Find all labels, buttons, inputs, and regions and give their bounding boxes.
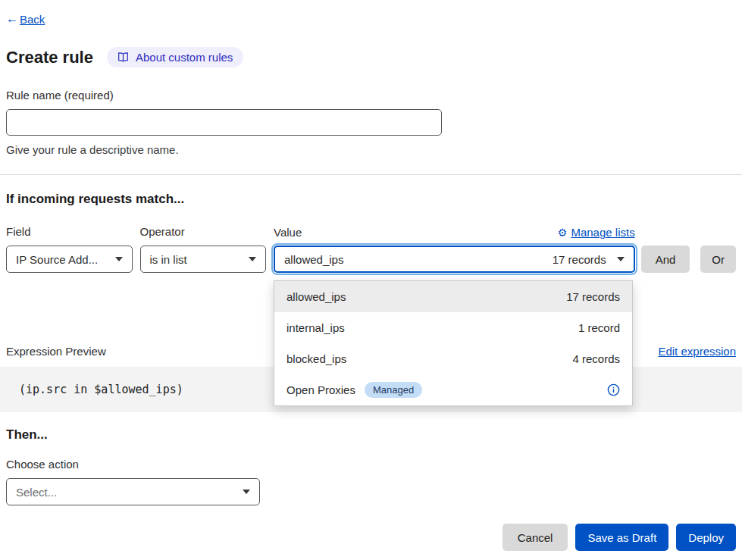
list-item-meta: 17 records — [566, 290, 620, 303]
logic-buttons: And Or — [641, 246, 736, 273]
action-select[interactable]: Select... — [6, 478, 260, 505]
list-item-allowed-ips[interactable]: allowed_ips 17 records — [274, 281, 632, 312]
about-custom-rules-link[interactable]: About custom rules — [107, 47, 243, 67]
then-section-heading: Then... — [6, 427, 736, 443]
list-dropdown-menu: allowed_ips 17 records internal_ips 1 re… — [274, 280, 633, 406]
list-item-name: allowed_ips — [286, 290, 346, 303]
value-label-row: Value ⚙ Manage lists — [274, 225, 635, 239]
value-label: Value — [274, 226, 302, 239]
rule-name-helper: Give your rule a descriptive name. — [6, 143, 736, 156]
operator-select[interactable]: is in list — [140, 246, 267, 273]
section-divider — [0, 174, 742, 175]
list-item-blocked-ips[interactable]: blocked_ips 4 records — [274, 343, 632, 374]
info-icon[interactable] — [607, 383, 620, 396]
back-link[interactable]: ← Back — [6, 12, 736, 26]
or-button[interactable]: Or — [700, 246, 736, 273]
operator-select-value: is in list — [150, 253, 187, 266]
footer-actions: Cancel Save as Draft Deploy — [6, 524, 736, 551]
chevron-down-icon — [115, 257, 123, 261]
rule-name-label: Rule name (required) — [6, 89, 736, 102]
manage-lists-link[interactable]: ⚙ Manage lists — [558, 226, 635, 239]
field-select[interactable]: IP Source Add... — [6, 246, 133, 273]
field-label: Field — [6, 225, 133, 239]
manage-lists-label[interactable]: Manage lists — [571, 226, 634, 239]
value-column: Value ⚙ Manage lists allowed_ips 17 reco… — [274, 225, 635, 273]
list-item-meta: 4 records — [573, 352, 621, 365]
list-item-internal-ips[interactable]: internal_ips 1 record — [274, 312, 632, 343]
expression-code: (ip.src in $allowed_ips) — [19, 383, 183, 396]
field-column: Field IP Source Add... — [6, 225, 133, 273]
save-as-draft-button[interactable]: Save as Draft — [575, 524, 668, 551]
list-item-name: Open Proxies — [286, 383, 355, 396]
book-icon — [117, 52, 129, 63]
list-item-meta: 1 record — [578, 321, 620, 334]
choose-action-label: Choose action — [6, 458, 736, 471]
page-title: Create rule — [6, 48, 93, 67]
chevron-down-icon[interactable] — [617, 257, 625, 261]
edit-expression-link[interactable]: Edit expression — [658, 345, 736, 358]
rule-name-input[interactable] — [6, 109, 442, 136]
back-link-label[interactable]: Back — [20, 13, 45, 26]
list-item-open-proxies[interactable]: Open Proxies Managed — [274, 374, 632, 405]
value-combobox-meta: 17 records — [553, 253, 606, 266]
chevron-down-icon — [249, 257, 256, 261]
about-custom-rules-label: About custom rules — [136, 51, 233, 64]
field-select-value: IP Source Add... — [16, 253, 98, 266]
deploy-button[interactable]: Deploy — [676, 524, 736, 551]
value-combobox-text: allowed_ips — [284, 253, 553, 266]
chevron-down-icon — [243, 490, 250, 494]
cancel-button[interactable]: Cancel — [502, 524, 568, 551]
list-item-name: blocked_ips — [286, 352, 346, 365]
expression-preview-label: Expression Preview — [6, 345, 106, 358]
list-item-name: internal_ips — [286, 321, 345, 334]
create-rule-page: ← Back Create rule About custom rules Ru… — [0, 0, 742, 560]
operator-column: Operator is in list — [140, 225, 267, 273]
managed-badge: Managed — [365, 382, 422, 398]
gear-icon: ⚙ — [558, 227, 568, 239]
match-section-heading: If incoming requests match... — [6, 192, 736, 207]
title-row: Create rule About custom rules — [6, 47, 736, 67]
back-arrow-icon: ← — [6, 12, 18, 26]
operator-label: Operator — [140, 225, 267, 239]
value-combobox[interactable]: allowed_ips 17 records — [274, 246, 635, 273]
and-button[interactable]: And — [641, 246, 690, 273]
condition-row: Field IP Source Add... Operator is in li… — [6, 225, 736, 273]
action-select-placeholder: Select... — [16, 486, 57, 499]
